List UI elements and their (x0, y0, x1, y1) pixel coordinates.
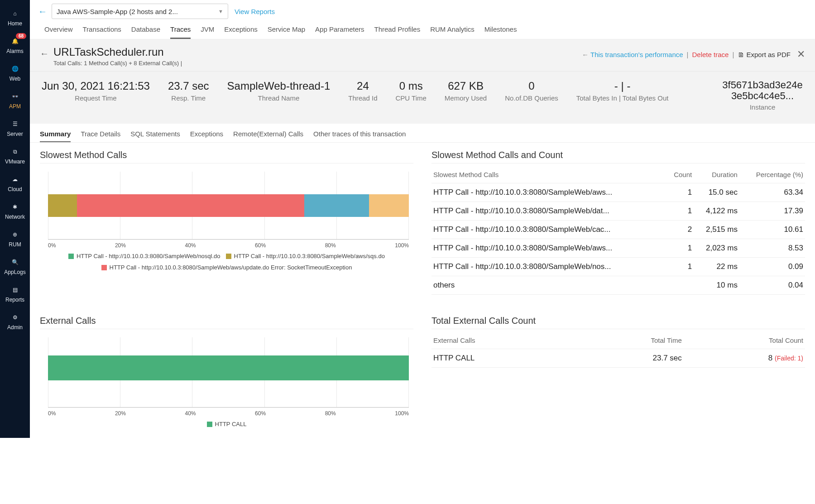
sidebar-item-alarms[interactable]: 68🔔Alarms (0, 31, 30, 59)
column-header[interactable]: Percentage (%) (739, 166, 805, 183)
table-row[interactable]: HTTP Call - http://10.10.0.3:8080/Sample… (431, 258, 805, 276)
sidebar-item-label: RUM (9, 241, 21, 248)
cell-name: HTTP Call - http://10.10.0.3:8080/Sample… (431, 183, 666, 202)
legend-swatch (226, 254, 231, 259)
chart-segment[interactable] (48, 355, 409, 380)
globe-icon: 🌐 (10, 63, 20, 74)
table-row[interactable]: HTTP Call - http://10.10.0.3:8080/Sample… (431, 183, 805, 202)
table-row[interactable]: HTTP Call - http://10.10.0.3:8080/Sample… (431, 221, 805, 239)
stat-value: - | - (576, 80, 669, 92)
chart-segment[interactable] (369, 194, 409, 217)
cell-count: 8 (Failed: 1) (684, 349, 805, 368)
column-header[interactable]: Total Time (575, 332, 683, 349)
subtab-other-traces-of-this-transaction[interactable]: Other traces of this transaction (313, 130, 406, 142)
tab-exceptions[interactable]: Exceptions (224, 25, 257, 39)
sidebar-item-vmware[interactable]: ⧉VMware (0, 142, 30, 169)
back-arrow-icon[interactable]: ← (38, 6, 47, 17)
tab-overview[interactable]: Overview (44, 25, 73, 39)
tab-traces[interactable]: Traces (170, 25, 191, 39)
sidebar-item-reports[interactable]: ▤Reports (0, 280, 30, 307)
chart-segment[interactable] (304, 194, 369, 217)
column-header[interactable]: Duration (694, 166, 739, 183)
delete-trace-link[interactable]: Delete trace (692, 51, 729, 58)
subtab-summary[interactable]: Summary (40, 130, 71, 142)
subtab-sql-statements[interactable]: SQL Statements (130, 130, 180, 142)
sidebar-item-home[interactable]: ⌂Home (0, 4, 30, 31)
sidebar-item-web[interactable]: 🌐Web (0, 59, 30, 86)
stat-value: 627 KB (445, 80, 487, 92)
sidebar-item-network[interactable]: ✱Network (0, 197, 30, 225)
copy-icon: ⧉ (10, 146, 20, 157)
legend-item[interactable]: HTTP Call - http://10.10.0.3:8080/Sample… (101, 263, 352, 273)
export-pdf-link[interactable]: 🗎 Export as PDF (738, 51, 791, 58)
table-row[interactable]: HTTP CALL23.7 sec8 (Failed: 1) (431, 349, 805, 368)
stat-label: No.of.DB Queries (505, 94, 558, 102)
subtab-exceptions[interactable]: Exceptions (190, 130, 223, 142)
sidebar-item-label: Network (5, 214, 25, 220)
legend-swatch (101, 265, 107, 270)
column-header[interactable]: Count (666, 166, 694, 183)
gear-icon: ⚙ (10, 312, 20, 323)
legend-swatch (207, 422, 212, 427)
external-calls-table: External CallsTotal TimeTotal Count HTTP… (431, 332, 805, 368)
section-title: Slowest Method Calls (40, 150, 413, 163)
tab-rum-analytics[interactable]: RUM Analytics (430, 25, 475, 39)
tab-service-map[interactable]: Service Map (268, 25, 305, 39)
app-selector-label: Java AWS-Sample-App (2 hosts and 2... (57, 8, 178, 15)
legend-item[interactable]: HTTP Call - http://10.10.0.3:8080/Sample… (68, 251, 220, 261)
cell-percentage: 0.04 (739, 276, 805, 295)
tab-app-parameters[interactable]: App Parameters (315, 25, 364, 39)
sidebar-item-label: APM (9, 103, 21, 110)
back-arrow-icon[interactable]: ← (40, 48, 49, 59)
sidebar-item-admin[interactable]: ⚙Admin (0, 307, 30, 335)
section-title: Slowest Method Calls and Count (431, 150, 805, 163)
chart-segment[interactable] (48, 194, 77, 217)
close-icon[interactable]: ✕ (797, 48, 805, 60)
sidebar-item-applogs[interactable]: 🔍AppLogs (0, 252, 30, 280)
cell-percentage: 0.09 (739, 258, 805, 276)
subtab-remote-external-calls[interactable]: Remote(External) Calls (233, 130, 303, 142)
tab-thread-profiles[interactable]: Thread Profiles (374, 25, 420, 39)
cell-name: HTTP Call - http://10.10.0.3:8080/Sample… (431, 221, 666, 239)
subtab-trace-details[interactable]: Trace Details (81, 130, 120, 142)
tab-database[interactable]: Database (131, 25, 160, 39)
column-header[interactable]: Slowest Method Calls (431, 166, 666, 183)
tab-milestones[interactable]: Milestones (484, 25, 517, 39)
report-icon: ▤ (10, 284, 20, 295)
sidebar-item-label: Reports (5, 297, 24, 303)
sidebar-item-rum[interactable]: ⊕RUM (0, 225, 30, 252)
view-reports-link[interactable]: View Reports (235, 8, 275, 15)
server-icon: ☰ (10, 119, 20, 130)
cell-duration: 2,023 ms (694, 239, 739, 258)
chart-segment[interactable] (77, 194, 304, 217)
stat-label: Thread Id (348, 94, 377, 102)
cell-duration: 2,515 ms (694, 221, 739, 239)
sidebar-item-cloud[interactable]: ☁Cloud (0, 169, 30, 197)
stat-label: Memory Used (445, 94, 487, 102)
sidebar-item-label: Alarms (6, 48, 23, 54)
sub-tabs: SummaryTrace DetailsSQL StatementsExcept… (30, 124, 815, 143)
stat-resp-time: 23.7 secResp. Time (168, 80, 209, 111)
transaction-performance-link[interactable]: This transaction's performance (582, 51, 683, 58)
binoculars-icon: 👓 (10, 91, 20, 102)
column-header[interactable]: External Calls (431, 332, 575, 349)
stat-instance: 3f5671b3ad3e24e3e5bc4c4e5...Instance (722, 80, 803, 111)
stat-value: 3f5671b3ad3e24e3e5bc4c4e5... (722, 80, 803, 101)
legend-item[interactable]: HTTP Call - http://10.10.0.3:8080/Sample… (226, 251, 385, 261)
tab-jvm[interactable]: JVM (201, 25, 214, 39)
stat-value: 24 (348, 80, 377, 92)
column-header[interactable]: Total Count (684, 332, 805, 349)
stat-total-bytes-in-total-bytes-out: - | -Total Bytes In | Total Bytes Out (576, 80, 669, 111)
external-calls-chart: 0%20%40%60%80%100% HTTP CALL (40, 337, 413, 430)
table-row[interactable]: HTTP Call - http://10.10.0.3:8080/Sample… (431, 239, 805, 258)
sidebar-item-label: Cloud (8, 186, 22, 192)
stat-cpu-time: 0 msCPU Time (396, 80, 427, 111)
legend-item[interactable]: HTTP CALL (207, 419, 247, 429)
table-row[interactable]: others10 ms0.04 (431, 276, 805, 295)
tab-transactions[interactable]: Transactions (83, 25, 121, 39)
table-row[interactable]: HTTP Call - http://10.10.0.3:8080/Sample… (431, 202, 805, 221)
sidebar-item-server[interactable]: ☰Server (0, 114, 30, 142)
app-selector-dropdown[interactable]: Java AWS-Sample-App (2 hosts and 2... ▼ (52, 4, 228, 19)
stat-thread-name: SampleWeb-thread-1Thread Name (227, 80, 331, 111)
sidebar-item-apm[interactable]: 👓APM (0, 86, 30, 114)
